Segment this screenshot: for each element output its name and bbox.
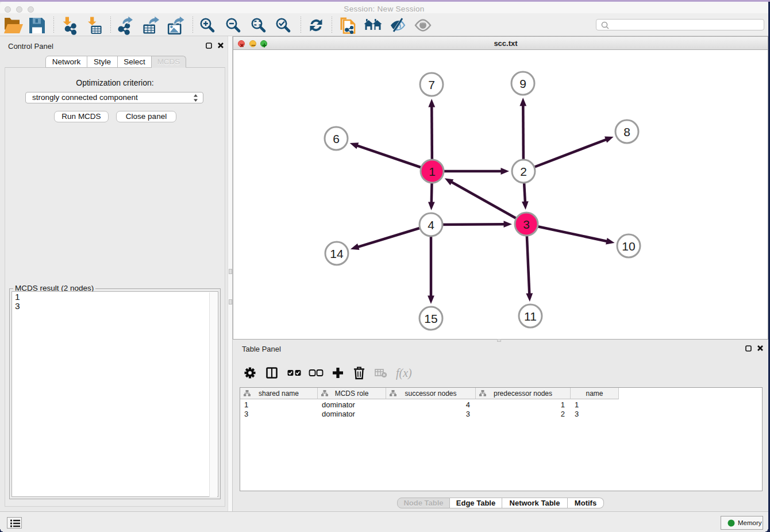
svg-text:2: 2 xyxy=(520,165,527,178)
svg-text:9: 9 xyxy=(519,77,526,90)
svg-text:11: 11 xyxy=(524,310,537,323)
svg-text:7: 7 xyxy=(428,78,435,91)
svg-text:14: 14 xyxy=(330,247,344,260)
svg-text:3: 3 xyxy=(523,218,530,231)
svg-text:8: 8 xyxy=(623,125,630,138)
svg-text:1: 1 xyxy=(429,165,436,178)
svg-text:4: 4 xyxy=(428,218,434,232)
svg-text:f(x): f(x) xyxy=(396,367,412,380)
svg-text:15: 15 xyxy=(424,312,437,325)
svg-text:6: 6 xyxy=(333,132,340,145)
svg-text:10: 10 xyxy=(622,240,635,253)
